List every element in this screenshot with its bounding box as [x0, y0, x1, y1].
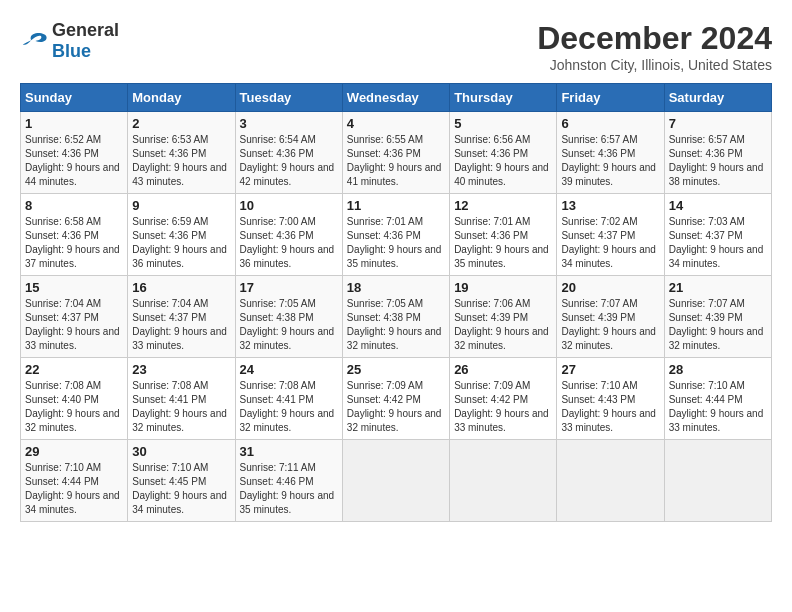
calendar-cell: 28 Sunrise: 7:10 AM Sunset: 4:44 PM Dayl… [664, 358, 771, 440]
day-header-thursday: Thursday [450, 84, 557, 112]
day-info: Sunrise: 7:07 AM Sunset: 4:39 PM Dayligh… [561, 297, 659, 353]
calendar-cell: 7 Sunrise: 6:57 AM Sunset: 4:36 PM Dayli… [664, 112, 771, 194]
day-info: Sunrise: 7:05 AM Sunset: 4:38 PM Dayligh… [347, 297, 445, 353]
day-number: 1 [25, 116, 123, 131]
calendar-cell: 30 Sunrise: 7:10 AM Sunset: 4:45 PM Dayl… [128, 440, 235, 522]
day-number: 29 [25, 444, 123, 459]
day-number: 11 [347, 198, 445, 213]
calendar-cell: 17 Sunrise: 7:05 AM Sunset: 4:38 PM Dayl… [235, 276, 342, 358]
day-info: Sunrise: 7:04 AM Sunset: 4:37 PM Dayligh… [25, 297, 123, 353]
calendar-cell: 14 Sunrise: 7:03 AM Sunset: 4:37 PM Dayl… [664, 194, 771, 276]
day-number: 5 [454, 116, 552, 131]
day-number: 25 [347, 362, 445, 377]
day-header-monday: Monday [128, 84, 235, 112]
day-info: Sunrise: 7:02 AM Sunset: 4:37 PM Dayligh… [561, 215, 659, 271]
day-number: 14 [669, 198, 767, 213]
day-header-tuesday: Tuesday [235, 84, 342, 112]
day-number: 28 [669, 362, 767, 377]
week-row-1: 1 Sunrise: 6:52 AM Sunset: 4:36 PM Dayli… [21, 112, 772, 194]
day-number: 23 [132, 362, 230, 377]
day-info: Sunrise: 6:52 AM Sunset: 4:36 PM Dayligh… [25, 133, 123, 189]
day-info: Sunrise: 6:57 AM Sunset: 4:36 PM Dayligh… [561, 133, 659, 189]
calendar-cell: 25 Sunrise: 7:09 AM Sunset: 4:42 PM Dayl… [342, 358, 449, 440]
day-number: 27 [561, 362, 659, 377]
calendar-cell: 20 Sunrise: 7:07 AM Sunset: 4:39 PM Dayl… [557, 276, 664, 358]
day-number: 21 [669, 280, 767, 295]
day-info: Sunrise: 7:03 AM Sunset: 4:37 PM Dayligh… [669, 215, 767, 271]
day-header-friday: Friday [557, 84, 664, 112]
day-number: 9 [132, 198, 230, 213]
day-number: 18 [347, 280, 445, 295]
calendar-cell: 16 Sunrise: 7:04 AM Sunset: 4:37 PM Dayl… [128, 276, 235, 358]
day-info: Sunrise: 7:04 AM Sunset: 4:37 PM Dayligh… [132, 297, 230, 353]
calendar-cell: 23 Sunrise: 7:08 AM Sunset: 4:41 PM Dayl… [128, 358, 235, 440]
day-number: 15 [25, 280, 123, 295]
day-number: 10 [240, 198, 338, 213]
calendar-cell: 11 Sunrise: 7:01 AM Sunset: 4:36 PM Dayl… [342, 194, 449, 276]
day-info: Sunrise: 6:54 AM Sunset: 4:36 PM Dayligh… [240, 133, 338, 189]
day-info: Sunrise: 6:56 AM Sunset: 4:36 PM Dayligh… [454, 133, 552, 189]
day-info: Sunrise: 6:59 AM Sunset: 4:36 PM Dayligh… [132, 215, 230, 271]
calendar-cell: 31 Sunrise: 7:11 AM Sunset: 4:46 PM Dayl… [235, 440, 342, 522]
calendar-cell: 15 Sunrise: 7:04 AM Sunset: 4:37 PM Dayl… [21, 276, 128, 358]
main-title: December 2024 [537, 20, 772, 57]
week-row-2: 8 Sunrise: 6:58 AM Sunset: 4:36 PM Dayli… [21, 194, 772, 276]
day-info: Sunrise: 7:01 AM Sunset: 4:36 PM Dayligh… [347, 215, 445, 271]
day-number: 22 [25, 362, 123, 377]
day-info: Sunrise: 7:10 AM Sunset: 4:44 PM Dayligh… [25, 461, 123, 517]
day-number: 4 [347, 116, 445, 131]
week-row-4: 22 Sunrise: 7:08 AM Sunset: 4:40 PM Dayl… [21, 358, 772, 440]
calendar-cell: 18 Sunrise: 7:05 AM Sunset: 4:38 PM Dayl… [342, 276, 449, 358]
logo-general: General [52, 20, 119, 40]
day-info: Sunrise: 7:11 AM Sunset: 4:46 PM Dayligh… [240, 461, 338, 517]
calendar-cell: 1 Sunrise: 6:52 AM Sunset: 4:36 PM Dayli… [21, 112, 128, 194]
day-number: 17 [240, 280, 338, 295]
calendar-table: SundayMondayTuesdayWednesdayThursdayFrid… [20, 83, 772, 522]
day-info: Sunrise: 6:58 AM Sunset: 4:36 PM Dayligh… [25, 215, 123, 271]
calendar-cell: 8 Sunrise: 6:58 AM Sunset: 4:36 PM Dayli… [21, 194, 128, 276]
calendar-cell: 26 Sunrise: 7:09 AM Sunset: 4:42 PM Dayl… [450, 358, 557, 440]
day-number: 16 [132, 280, 230, 295]
day-info: Sunrise: 7:05 AM Sunset: 4:38 PM Dayligh… [240, 297, 338, 353]
calendar-cell: 5 Sunrise: 6:56 AM Sunset: 4:36 PM Dayli… [450, 112, 557, 194]
day-number: 6 [561, 116, 659, 131]
calendar-cell: 6 Sunrise: 6:57 AM Sunset: 4:36 PM Dayli… [557, 112, 664, 194]
calendar-cell [450, 440, 557, 522]
calendar-cell: 27 Sunrise: 7:10 AM Sunset: 4:43 PM Dayl… [557, 358, 664, 440]
calendar-cell: 13 Sunrise: 7:02 AM Sunset: 4:37 PM Dayl… [557, 194, 664, 276]
calendar-cell [664, 440, 771, 522]
logo-text: General Blue [52, 20, 119, 62]
day-info: Sunrise: 7:08 AM Sunset: 4:41 PM Dayligh… [132, 379, 230, 435]
day-number: 24 [240, 362, 338, 377]
calendar-cell: 4 Sunrise: 6:55 AM Sunset: 4:36 PM Dayli… [342, 112, 449, 194]
day-number: 13 [561, 198, 659, 213]
logo: General Blue [20, 20, 119, 62]
day-info: Sunrise: 6:57 AM Sunset: 4:36 PM Dayligh… [669, 133, 767, 189]
logo-bird-icon [20, 30, 48, 52]
calendar-cell [557, 440, 664, 522]
day-number: 3 [240, 116, 338, 131]
day-info: Sunrise: 7:09 AM Sunset: 4:42 PM Dayligh… [347, 379, 445, 435]
subtitle: Johnston City, Illinois, United States [537, 57, 772, 73]
day-info: Sunrise: 7:08 AM Sunset: 4:40 PM Dayligh… [25, 379, 123, 435]
calendar-cell: 21 Sunrise: 7:07 AM Sunset: 4:39 PM Dayl… [664, 276, 771, 358]
logo-blue: Blue [52, 41, 91, 61]
week-row-3: 15 Sunrise: 7:04 AM Sunset: 4:37 PM Dayl… [21, 276, 772, 358]
day-number: 7 [669, 116, 767, 131]
day-header-sunday: Sunday [21, 84, 128, 112]
day-header-saturday: Saturday [664, 84, 771, 112]
day-header-wednesday: Wednesday [342, 84, 449, 112]
calendar-cell: 3 Sunrise: 6:54 AM Sunset: 4:36 PM Dayli… [235, 112, 342, 194]
calendar-cell: 22 Sunrise: 7:08 AM Sunset: 4:40 PM Dayl… [21, 358, 128, 440]
day-number: 2 [132, 116, 230, 131]
day-info: Sunrise: 7:06 AM Sunset: 4:39 PM Dayligh… [454, 297, 552, 353]
day-info: Sunrise: 7:10 AM Sunset: 4:43 PM Dayligh… [561, 379, 659, 435]
calendar-cell [342, 440, 449, 522]
day-number: 31 [240, 444, 338, 459]
calendar-cell: 12 Sunrise: 7:01 AM Sunset: 4:36 PM Dayl… [450, 194, 557, 276]
day-info: Sunrise: 6:53 AM Sunset: 4:36 PM Dayligh… [132, 133, 230, 189]
header: General Blue December 2024 Johnston City… [20, 20, 772, 73]
day-number: 8 [25, 198, 123, 213]
day-info: Sunrise: 7:01 AM Sunset: 4:36 PM Dayligh… [454, 215, 552, 271]
day-info: Sunrise: 7:10 AM Sunset: 4:45 PM Dayligh… [132, 461, 230, 517]
